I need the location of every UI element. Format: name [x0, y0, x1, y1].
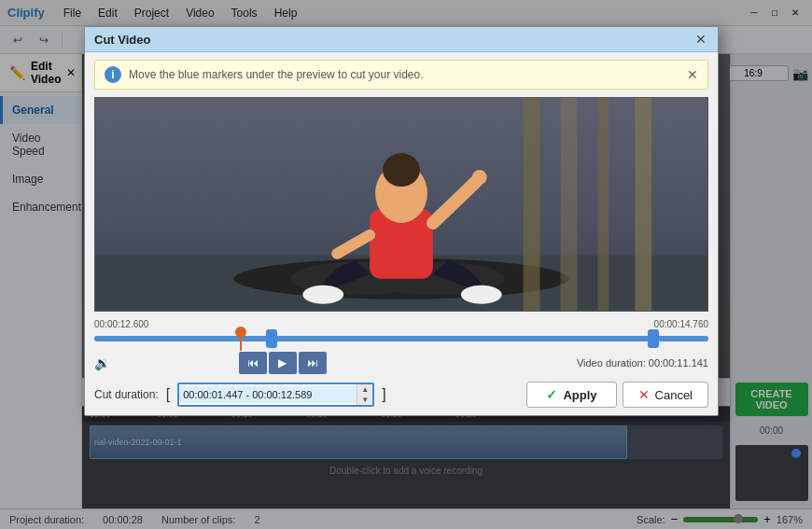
- cut-video-overlay: Cut Video ✕ i Move the blue markers unde…: [0, 0, 812, 529]
- svg-point-14: [461, 285, 502, 304]
- duration-input[interactable]: [179, 386, 357, 403]
- dialog-close-button[interactable]: ✕: [693, 32, 708, 47]
- cancel-button[interactable]: ✕ Cancel: [623, 382, 708, 408]
- cancel-x-icon: ✕: [638, 387, 650, 402]
- app-window: Clipify File Edit Project Video Tools He…: [0, 0, 812, 529]
- timestamp-left: 00:00:12.600: [94, 319, 148, 329]
- svg-rect-18: [635, 98, 651, 311]
- info-left: i Move the blue markers under the previe…: [105, 66, 424, 83]
- next-button[interactable]: ⏭: [299, 352, 327, 374]
- bracket-close[interactable]: ]: [380, 386, 387, 403]
- video-duration-text: Video duration: 00:00:11.141: [577, 357, 708, 369]
- scrubber-marker-right[interactable]: [648, 329, 659, 348]
- timestamp-right: 00:00:14.760: [654, 319, 708, 329]
- cut-video-dialog: Cut Video ✕ i Move the blue markers unde…: [84, 26, 719, 416]
- scrubber-playhead[interactable]: [235, 327, 246, 351]
- svg-point-9: [392, 157, 411, 172]
- play-button[interactable]: ▶: [269, 352, 297, 374]
- bracket-open[interactable]: [: [164, 386, 172, 403]
- scrubber-marker-left[interactable]: [266, 329, 277, 348]
- dialog-title-bar: Cut Video ✕: [85, 27, 718, 52]
- svg-rect-15: [524, 98, 540, 311]
- duration-input-group: ▲ ▼: [177, 383, 374, 407]
- scrubber-track[interactable]: [94, 336, 708, 341]
- dialog-video-preview: [94, 97, 708, 312]
- spinner-up[interactable]: ▲: [357, 384, 372, 395]
- svg-rect-17: [597, 98, 609, 311]
- duration-spinner: ▲ ▼: [357, 384, 372, 405]
- svg-point-13: [302, 285, 343, 304]
- cancel-label: Cancel: [655, 388, 693, 402]
- transport-row: 🔉 ⏮ ▶ ⏭ Video duration: 00:00:11.141: [85, 348, 718, 378]
- cut-duration-row: Cut duration: [ ▲ ▼ ] ✓ Apply ✕ Cancel: [85, 378, 718, 415]
- svg-rect-16: [560, 98, 577, 311]
- info-message: Move the blue markers under the preview …: [129, 68, 424, 81]
- apply-label: Apply: [563, 388, 596, 402]
- video-svg: [95, 98, 707, 311]
- dialog-title: Cut Video: [94, 33, 150, 47]
- scrubber-fill: [94, 336, 708, 341]
- info-icon: i: [105, 66, 121, 83]
- svg-point-11: [472, 170, 487, 185]
- dialog-scrubber[interactable]: [94, 329, 708, 348]
- transport-buttons: ⏮ ▶ ⏭: [239, 352, 327, 374]
- cut-duration-label: Cut duration:: [94, 388, 159, 401]
- apply-check-icon: ✓: [546, 387, 557, 402]
- playhead-line: [240, 338, 242, 351]
- volume-icon: 🔉: [94, 355, 110, 370]
- prev-button[interactable]: ⏮: [239, 352, 267, 374]
- scrubber-timestamps: 00:00:12.600 00:00:14.760: [94, 319, 708, 329]
- spinner-down[interactable]: ▼: [357, 395, 372, 405]
- video-frame: [95, 98, 707, 311]
- dialog-info-bar: i Move the blue markers under the previe…: [94, 60, 708, 90]
- playhead-circle: [235, 327, 246, 338]
- info-dismiss-button[interactable]: ✕: [687, 67, 698, 82]
- apply-button[interactable]: ✓ Apply: [526, 382, 616, 408]
